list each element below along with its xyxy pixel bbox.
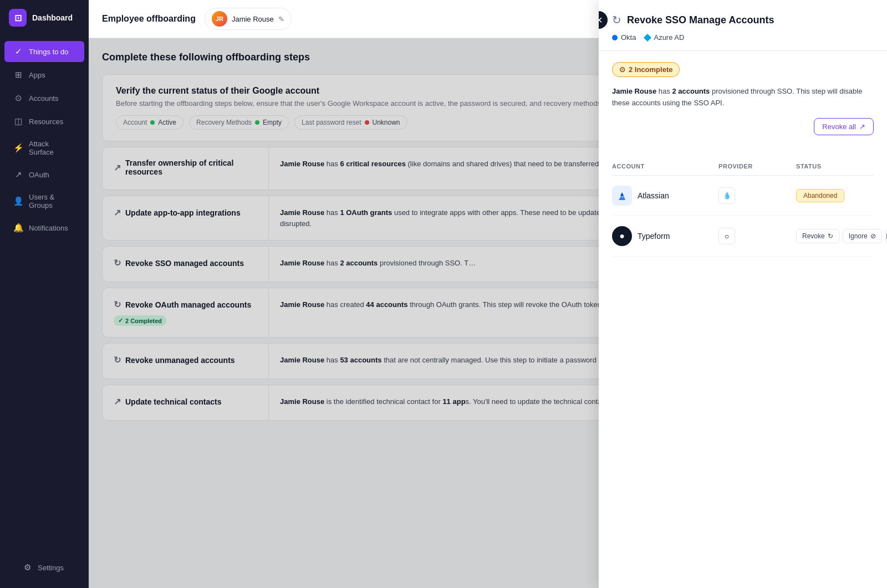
revoke-all-button[interactable]: Revoke all ↗	[814, 118, 874, 135]
col-status: STATUS	[796, 163, 874, 170]
sidebar-item-things-to-do[interactable]: ✓ Things to do	[4, 41, 84, 62]
panel-title-row: ↻ Revoke SSO Manage Accounts	[612, 13, 874, 27]
nav-label-attack-surface: Attack Surface	[29, 140, 75, 156]
sidebar-item-apps[interactable]: ⊞ Apps	[4, 64, 84, 85]
incomplete-badge: ⊙ 2 Incomplete	[612, 62, 680, 77]
atlassian-logo	[612, 186, 632, 206]
side-panel: ✕ ↻ Revoke SSO Manage Accounts Okta Azur…	[599, 0, 887, 588]
user-edit-icon: ✎	[278, 15, 284, 23]
atlassian-provider: 💧	[718, 187, 796, 204]
accounts-bold: 2 accounts	[672, 87, 710, 95]
abandoned-tag: Abandoned	[796, 189, 844, 202]
typeform-action-buttons: Revoke ↻ Ignore ⊘ ⊡ Active	[796, 228, 874, 244]
user-chip[interactable]: JR Jamie Rouse ✎	[205, 8, 292, 30]
azure-icon	[644, 33, 651, 41]
atlassian-name: Atlassian	[638, 191, 669, 200]
nav-label-accounts: Accounts	[29, 94, 58, 103]
atlassian-account: Atlassian	[612, 186, 718, 206]
typeform-status-area: Revoke ↻ Ignore ⊘ ⊡ Active	[796, 228, 874, 244]
nav-label-oauth: OAuth	[29, 171, 49, 179]
notifications-icon: 🔔	[13, 223, 23, 233]
panel-description: Jamie Rouse has 2 accounts provisioned t…	[612, 86, 874, 109]
nav-label-things-to-do: Things to do	[29, 48, 69, 56]
page-title: Employee offboarding	[102, 14, 196, 24]
typeform-logo: ●	[612, 226, 632, 246]
atlassian-provider-icon: 💧	[718, 187, 735, 204]
typeform-account: ● Typeform	[612, 226, 718, 246]
resources-icon: ◫	[13, 116, 23, 126]
check-icon: ✓	[13, 47, 23, 57]
accounts-icon: ⊙	[13, 93, 23, 103]
logo-icon: ⊡	[9, 9, 27, 27]
sidebar-item-settings[interactable]: ⚙ Settings	[13, 557, 75, 578]
revoke-sync-icon: ↻	[828, 232, 833, 240]
sidebar-item-attack-surface[interactable]: ⚡ Attack Surface	[4, 134, 84, 162]
panel-body: ⊙ 2 Incomplete Jamie Rouse has 2 account…	[599, 51, 887, 268]
incomplete-count: 2 Incomplete	[629, 65, 672, 74]
typeform-provider-icon: ○	[718, 228, 735, 244]
revoke-label: Revoke	[802, 232, 825, 240]
typeform-ignore-button[interactable]: Ignore ⊘	[843, 229, 882, 243]
sidebar-logo[interactable]: ⊡ Dashboard	[0, 0, 89, 35]
sidebar-item-users-groups[interactable]: 👤 Users & Groups	[4, 187, 84, 215]
settings-label: Settings	[38, 564, 64, 572]
panel-providers: Okta Azure AD	[612, 33, 874, 42]
azure-label: Azure AD	[654, 33, 684, 42]
warning-icon: ⊙	[619, 65, 625, 74]
user-name-label: Jamie Rouse	[232, 15, 274, 23]
azure-provider: Azure AD	[645, 33, 684, 42]
sidebar: ⊡ Dashboard ✓ Things to do ⊞ Apps ⊙ Acco…	[0, 0, 89, 588]
sidebar-item-accounts[interactable]: ⊙ Accounts	[4, 88, 84, 109]
ignore-label: Ignore	[849, 232, 868, 240]
account-row-atlassian: Atlassian 💧 Abandoned	[612, 176, 874, 216]
okta-provider: Okta	[612, 33, 636, 42]
sidebar-bottom: ⚙ Settings	[0, 547, 89, 588]
atlassian-status: Abandoned	[796, 189, 874, 202]
panel-title: Revoke SSO Manage Accounts	[627, 14, 774, 26]
avatar: JR	[212, 11, 227, 27]
nav-label-users-groups: Users & Groups	[29, 193, 75, 209]
accounts-table-header: ACCOUNT PROVIDER STATUS	[612, 157, 874, 176]
col-provider: PROVIDER	[718, 163, 796, 170]
sidebar-nav: ✓ Things to do ⊞ Apps ⊙ Accounts ◫ Resou…	[0, 35, 89, 547]
typeform-name: Typeform	[638, 232, 670, 241]
revoke-all-icon: ↗	[859, 122, 865, 131]
sidebar-item-resources[interactable]: ◫ Resources	[4, 111, 84, 132]
col-account: ACCOUNT	[612, 163, 718, 170]
has-accounts-text: has	[659, 87, 672, 95]
typeform-provider: ○	[718, 228, 796, 244]
oauth-icon: ↗	[13, 170, 23, 180]
okta-icon	[612, 35, 618, 40]
sidebar-item-oauth[interactable]: ↗ OAuth	[4, 164, 84, 185]
user-name-strong: Jamie Rouse	[612, 87, 656, 95]
account-row-typeform: ● Typeform ○ Revoke ↻ Ignore ⊘	[612, 216, 874, 257]
sidebar-item-notifications[interactable]: 🔔 Notifications	[4, 217, 84, 238]
revoke-all-label: Revoke all	[822, 122, 856, 131]
okta-label: Okta	[621, 33, 636, 42]
nav-label-notifications: Notifications	[29, 224, 68, 232]
attack-surface-icon: ⚡	[13, 143, 23, 153]
typeform-revoke-button[interactable]: Revoke ↻	[796, 229, 839, 243]
users-groups-icon: 👤	[13, 196, 23, 206]
panel-header: ↻ Revoke SSO Manage Accounts Okta Azure …	[599, 0, 887, 51]
dashboard-label: Dashboard	[32, 13, 73, 22]
nav-label-resources: Resources	[29, 117, 63, 126]
settings-icon: ⚙	[22, 563, 32, 572]
nav-label-apps: Apps	[29, 71, 45, 79]
panel-sync-icon: ↻	[612, 13, 621, 27]
apps-icon: ⊞	[13, 70, 23, 80]
ignore-x-icon: ⊘	[870, 232, 876, 240]
